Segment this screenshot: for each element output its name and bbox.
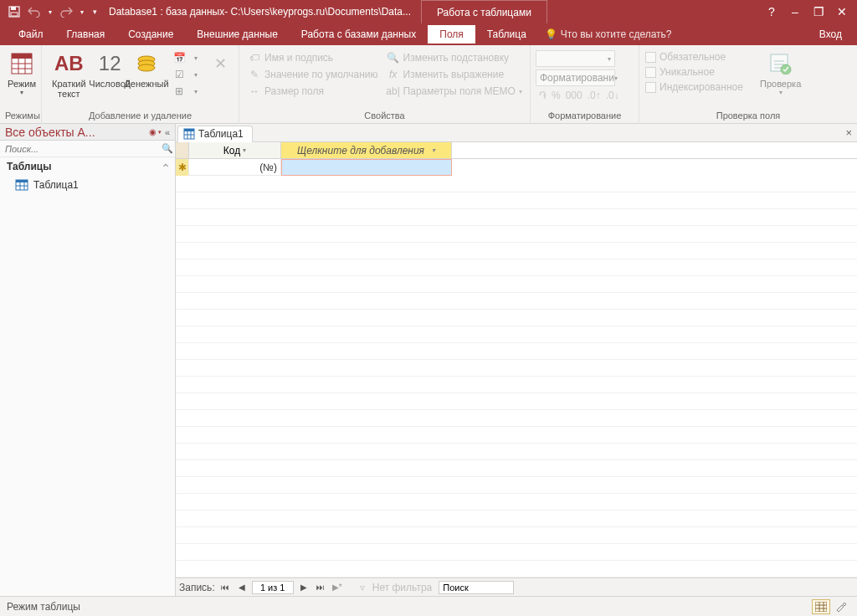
validation-button[interactable]: Проверка ▾ <box>755 49 806 98</box>
row-selector-new[interactable]: ✱ <box>176 159 189 176</box>
memo-icon: ab| <box>387 85 400 98</box>
modify-lookup-button[interactable]: 🔍Изменить подстановку <box>383 50 526 65</box>
restore-icon[interactable]: ❐ <box>812 5 825 18</box>
nav-object-label: Таблица1 <box>33 179 79 191</box>
thousand-sep-icon[interactable]: 000 <box>566 90 582 101</box>
select-all-cell[interactable] <box>176 142 189 158</box>
cell-add-new[interactable] <box>281 159 452 176</box>
memo-settings-button[interactable]: ab|Параметры поля MEMO▾ <box>383 84 526 99</box>
nav-header[interactable]: Все объекты A... ◉▾ « <box>0 124 175 141</box>
currency-label: Денежный <box>124 79 168 89</box>
tab-fields[interactable]: Поля <box>428 25 475 44</box>
datatype-combo[interactable]: ▾ <box>536 50 615 67</box>
tab-dbtools[interactable]: Работа с базами данных <box>290 25 428 44</box>
currency-format-icon[interactable]: ֏ <box>539 90 547 101</box>
delete-icon: ✕ <box>208 50 234 77</box>
tab-external[interactable]: Внешние данные <box>185 25 290 44</box>
format-combo-value: Форматировани <box>540 72 614 84</box>
indexed-checkbox[interactable]: Индексированное <box>644 80 753 94</box>
nav-group-tables[interactable]: Таблицы ⌵ <box>0 157 175 176</box>
group-add-delete: AВ Краткий текст 12 Числовой Денежный 📅▾… <box>42 45 239 124</box>
minimize-icon[interactable]: – <box>788 5 802 18</box>
validation-icon <box>767 50 794 77</box>
currency-button[interactable]: Денежный <box>129 49 165 90</box>
redo-icon[interactable] <box>59 4 74 19</box>
more-fields-button[interactable]: ⊞▾ <box>169 84 206 99</box>
chevron-down-icon: ▾ <box>20 89 23 96</box>
column-add-label: Щелкните для добавления <box>297 145 424 157</box>
percent-format-icon[interactable]: % <box>552 90 561 101</box>
doc-tab-table1[interactable]: Таблица1 <box>177 126 253 142</box>
column-header-id[interactable]: Код ▾ <box>189 142 281 158</box>
field-size-button[interactable]: ↔Размер поля <box>244 84 382 99</box>
undo-icon[interactable] <box>27 4 42 19</box>
default-value-button[interactable]: ✎Значение по умолчанию <box>244 67 382 82</box>
group-properties-label: Свойства <box>244 109 525 124</box>
decrease-decimals-icon[interactable]: .0↓ <box>606 90 619 101</box>
group-format-label: Форматирование <box>536 109 634 124</box>
nav-collapse-icon[interactable]: « <box>165 127 170 137</box>
filter-icon: ▿ <box>356 581 369 594</box>
datetime-button[interactable]: 📅▾ <box>169 50 206 65</box>
number-button[interactable]: 12 Числовой <box>93 49 127 90</box>
short-text-button[interactable]: AВ Краткий текст <box>47 49 91 100</box>
close-icon[interactable]: ✕ <box>835 5 849 18</box>
document-area: Таблица1 × Код ▾ Щелкните для добавления… <box>176 124 857 596</box>
checkbox-icon <box>645 67 656 78</box>
ribbon: Режим ▾ Режимы AВ Краткий текст 12 Число… <box>0 45 857 124</box>
column-header-add[interactable]: Щелкните для добавления ▾ <box>281 142 452 158</box>
recnav-nofilter[interactable]: ▿Нет фильтра <box>352 580 436 595</box>
recnav-last-icon[interactable]: ⏭ <box>314 581 327 594</box>
cell-id-new[interactable]: (№) <box>189 159 281 176</box>
short-text-label: Краткий текст <box>52 79 86 99</box>
increase-decimals-icon[interactable]: .0↑ <box>588 90 601 101</box>
chevron-down-icon[interactable]: ▾ <box>432 146 435 154</box>
login-link[interactable]: Вход <box>808 25 857 44</box>
name-caption-button[interactable]: 🏷Имя и подпись <box>244 50 382 65</box>
nav-object-table1[interactable]: Таблица1 <box>0 176 175 194</box>
chevron-down-icon: ▾ <box>189 68 203 81</box>
recnav-search[interactable] <box>439 581 514 594</box>
checkbox-icon <box>645 52 656 63</box>
help-icon[interactable]: ? <box>765 5 778 18</box>
nav-filter-icon[interactable]: ◉▾ <box>149 127 162 136</box>
modify-expression-button[interactable]: fxИзменить выражение <box>383 67 526 82</box>
recnav-next-icon[interactable]: ▶ <box>297 581 310 594</box>
chevron-down-icon[interactable]: ▾ <box>243 146 246 154</box>
tab-file[interactable]: Файл <box>7 25 55 44</box>
design-view-icon[interactable] <box>832 599 850 614</box>
required-checkbox[interactable]: Обязательное <box>644 50 753 64</box>
recnav-new-icon[interactable]: ▶* <box>331 581 344 594</box>
qat-redo-caret[interactable]: ▾ <box>79 4 85 19</box>
view-mode-button[interactable]: Режим ▾ <box>5 49 38 98</box>
yesno-button[interactable]: ☑▾ <box>169 67 206 82</box>
svg-rect-1 <box>11 7 16 10</box>
column-id-label: Код <box>223 145 240 157</box>
recnav-position[interactable] <box>252 581 294 594</box>
save-icon[interactable] <box>7 4 22 19</box>
chevron-down-icon: ▾ <box>779 89 783 96</box>
search-icon[interactable]: 🔍 <box>160 143 175 154</box>
format-combo[interactable]: Форматировани▾ <box>536 69 615 86</box>
tab-table[interactable]: Таблица <box>475 25 538 44</box>
tab-create[interactable]: Создание <box>116 25 185 44</box>
qat-undo-caret[interactable]: ▾ <box>47 4 54 19</box>
unique-checkbox[interactable]: Уникальное <box>644 65 753 79</box>
tell-me-search[interactable]: 💡 Что вы хотите сделать? <box>545 28 672 40</box>
tab-home[interactable]: Главная <box>55 25 117 44</box>
doc-tab-label: Таблица1 <box>198 128 244 140</box>
ribbon-tabs: Файл Главная Создание Внешние данные Раб… <box>0 23 857 45</box>
add-delete-small-col: 📅▾ ☑▾ ⊞▾ <box>169 49 206 99</box>
navigation-pane: Все объекты A... ◉▾ « 🔍 Таблицы ⌵ Таблиц… <box>0 124 176 596</box>
quick-access-toolbar: ▾ ▾ ▾ <box>0 4 105 19</box>
nav-search-input[interactable] <box>0 142 160 156</box>
status-bar: Режим таблицы <box>0 596 857 616</box>
nav-group-label: Таблицы <box>7 161 51 172</box>
doc-close-icon[interactable]: × <box>845 126 852 139</box>
recnav-prev-icon[interactable]: ◀ <box>235 581 249 594</box>
delete-field-button[interactable]: ✕ <box>208 49 233 79</box>
recnav-first-icon[interactable]: ⏮ <box>218 581 232 594</box>
svg-rect-20 <box>184 129 194 131</box>
qat-customize-icon[interactable]: ▾ <box>90 4 99 19</box>
datasheet-view-icon[interactable] <box>812 599 830 614</box>
